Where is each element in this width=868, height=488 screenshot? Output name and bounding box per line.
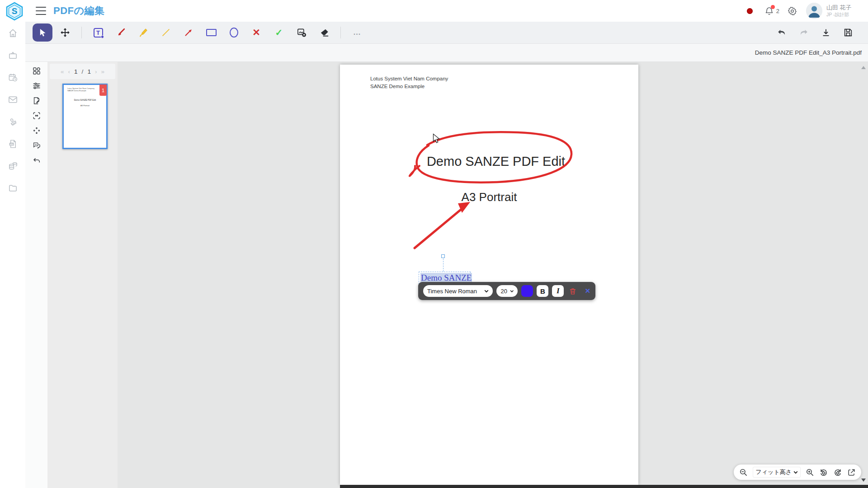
font-size-select[interactable]: 20	[496, 285, 518, 297]
thumbnails-panel-button[interactable]	[32, 66, 41, 75]
open-filename: Demo SANZE PDF Edit_A3 Portrait.pdf	[755, 49, 862, 56]
open-external-button[interactable]	[847, 468, 856, 477]
bold-label: B	[540, 287, 545, 295]
avatar[interactable]	[806, 3, 822, 19]
highlighter-tool[interactable]	[132, 22, 155, 43]
text-tool-letter: T	[96, 29, 100, 36]
check-icon: ✓	[275, 27, 283, 38]
more-tools-button[interactable]: ...	[346, 22, 368, 43]
text-tool-icon: T	[94, 28, 103, 38]
doc-demo-line: SANZE Demo Example	[370, 84, 425, 89]
rotate-right-button[interactable]	[833, 468, 842, 477]
italic-button[interactable]: I	[552, 285, 564, 297]
check-mark-tool[interactable]: ✓	[268, 22, 290, 43]
thumbnail-subtitle: A3 Portrait	[64, 104, 106, 107]
settings-button[interactable]	[788, 6, 797, 16]
eraser-tool[interactable]	[313, 22, 335, 43]
select-tool[interactable]	[31, 22, 54, 43]
app-logo: S	[5, 1, 24, 21]
font-size-value: 20	[500, 288, 507, 295]
toolbar-actions	[770, 22, 859, 43]
cursor-icon	[39, 28, 47, 37]
sidebar-item-pdf-documents[interactable]	[7, 138, 18, 149]
arrow-icon	[184, 28, 193, 38]
current-page-number: 1	[74, 68, 78, 75]
page-navigation: « ‹ 1 / 1 › »	[50, 64, 115, 79]
save-button[interactable]	[837, 22, 859, 43]
close-toolbar-button[interactable]: ✕	[585, 287, 590, 295]
revert-button[interactable]	[32, 155, 41, 165]
bold-button[interactable]: B	[537, 285, 548, 297]
zoom-mode-select[interactable]: フィット高さ	[753, 467, 801, 478]
image-stamp-tool[interactable]	[290, 22, 313, 43]
redo-button[interactable]	[793, 22, 815, 43]
rotate-left-icon	[819, 468, 828, 477]
compress-button[interactable]	[32, 111, 41, 120]
delete-textbox-button[interactable]	[569, 287, 577, 296]
font-family-select[interactable]: Times New Roman	[423, 285, 493, 297]
zoom-in-button[interactable]	[806, 468, 814, 477]
scroll-down-arrow[interactable]	[861, 479, 866, 482]
textbox-rotate-handle[interactable]	[441, 254, 445, 258]
doc-company-line: Lotus System Viet Nam Company	[370, 76, 448, 81]
zoom-out-button[interactable]	[739, 468, 748, 477]
eraser-icon	[319, 28, 330, 38]
compress-icon	[32, 111, 41, 120]
sidebar-item-mail[interactable]	[7, 94, 18, 105]
text-color-swatch[interactable]	[521, 285, 533, 297]
download-button[interactable]	[815, 22, 837, 43]
edit-toolbar: T ✕ ✓	[25, 22, 868, 44]
stamp-icon	[8, 117, 18, 127]
pdf-file-icon	[8, 139, 18, 149]
edit-document-button[interactable]	[32, 96, 41, 105]
document-tools-rail	[25, 62, 47, 488]
chevron-down-icon	[793, 471, 798, 474]
menu-icon[interactable]	[36, 7, 46, 15]
sidebar-item-finance[interactable]	[7, 160, 18, 171]
sidebar-item-schedule[interactable]	[7, 72, 18, 83]
ellipse-tool[interactable]	[222, 22, 245, 43]
adjustments-button[interactable]	[32, 81, 41, 90]
sidebar-item-home[interactable]	[7, 28, 18, 38]
rectangle-tool[interactable]	[200, 22, 222, 43]
move-tool[interactable]	[54, 22, 76, 43]
text-tool[interactable]: T	[87, 22, 109, 43]
prev-page-button[interactable]: ‹	[68, 68, 71, 75]
undo-arrow-icon	[32, 156, 41, 165]
sidebar-item-stamp[interactable]	[7, 116, 18, 127]
last-page-button[interactable]: »	[101, 68, 104, 75]
brush-icon	[116, 28, 126, 38]
filename-bar: Demo SANZE PDF Edit_A3 Portrait.pdf	[25, 44, 868, 62]
scroll-up-arrow[interactable]	[861, 66, 866, 69]
line-tool[interactable]	[155, 22, 177, 43]
chevron-down-icon	[484, 290, 489, 293]
rotate-left-button[interactable]	[819, 468, 828, 477]
comments-icon	[32, 141, 41, 150]
comments-button[interactable]	[32, 141, 41, 150]
text-format-toolbar: Times New Roman 20 B I ✕	[418, 282, 595, 300]
first-page-button[interactable]: «	[61, 68, 64, 75]
download-icon	[821, 28, 831, 38]
line-icon	[161, 28, 171, 38]
total-pages: 1	[87, 68, 91, 75]
document-canvas: Lotus System Viet Nam Company SANZE Demo…	[118, 62, 868, 488]
sidebar-item-projects[interactable]	[7, 50, 18, 61]
thumbnail-title: Demo SANZE PDF Edit	[64, 99, 106, 101]
next-page-button[interactable]: ›	[95, 68, 97, 75]
undo-button[interactable]	[770, 22, 793, 43]
user-menu[interactable]: 山田 花子 JP -設計部	[826, 4, 868, 17]
sidebar-item-files[interactable]	[7, 183, 18, 193]
page-title: PDFの編集	[53, 0, 105, 22]
expand-arrows-icon	[32, 126, 41, 135]
page-separator: /	[82, 68, 84, 75]
page-thumbnail[interactable]: 1 Lotus System Viet Nam Company SANZE De…	[62, 84, 108, 149]
brush-tool[interactable]	[109, 22, 132, 43]
notifications-button[interactable]	[764, 6, 774, 16]
arrow-tool[interactable]	[177, 22, 200, 43]
doc-subtitle-text: A3 Portrait	[408, 190, 571, 204]
split-pages-button[interactable]	[32, 126, 41, 135]
page-number-badge: 1	[99, 84, 107, 96]
grid-icon	[32, 66, 41, 75]
logo-letter: S	[5, 1, 24, 21]
cross-mark-tool[interactable]: ✕	[245, 22, 268, 43]
